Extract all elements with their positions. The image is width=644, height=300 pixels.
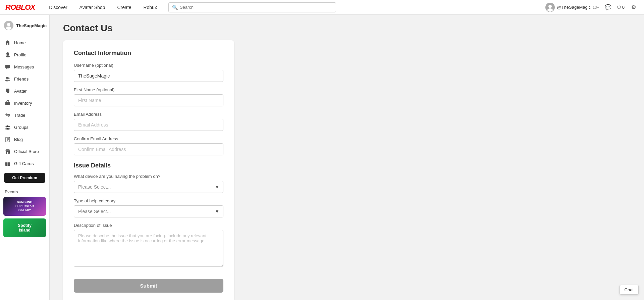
sidebar-item-messages[interactable]: Messages [0, 61, 49, 73]
svg-point-5 [6, 27, 11, 30]
samsung-event-bg: SAMSUNGSUPERSTARGALAXY [3, 197, 46, 216]
inventory-icon [5, 100, 11, 106]
nav-robux[interactable]: Robux [137, 0, 163, 15]
first-name-field-group: First Name (optional) [74, 87, 223, 106]
sidebar-username: TheSageMagic [16, 23, 47, 28]
svg-point-1 [548, 5, 552, 8]
svg-point-4 [7, 23, 10, 26]
sidebar-item-inventory[interactable]: Inventory [0, 97, 49, 109]
submit-button[interactable]: Submit [74, 279, 223, 293]
sidebar-label-avatar: Avatar [14, 89, 26, 94]
device-field-group: What device are you having the problem o… [74, 174, 223, 193]
get-premium-button[interactable]: Get Premium [4, 173, 45, 183]
svg-point-18 [7, 126, 9, 127]
sidebar-label-profile: Profile [14, 52, 26, 57]
nav-discover[interactable]: Discover [43, 0, 73, 15]
description-label: Description of issue [74, 223, 223, 228]
sidebar-item-official-store[interactable]: Official Store [0, 145, 49, 157]
sidebar-item-groups[interactable]: Groups [0, 121, 49, 133]
profile-icon [5, 52, 11, 58]
help-category-label: Type of help category [74, 198, 223, 203]
sidebar-label-messages: Messages [14, 64, 34, 69]
search-bar[interactable]: 🔍 [168, 2, 336, 12]
sidebar-item-blog[interactable]: Blog [0, 133, 49, 145]
sidebar-label-friends: Friends [14, 77, 29, 82]
svg-point-9 [6, 77, 8, 79]
sidebar-item-friends[interactable]: Friends [0, 73, 49, 85]
device-select[interactable]: Please Select... PC/Mac iOS Android Xbox [74, 181, 223, 193]
username-label: @TheSageMagic [557, 5, 591, 10]
friends-icon [5, 76, 11, 82]
topnav-right: @TheSageMagic 13+ 💬 ⬡ 0 ⚙ [545, 2, 639, 12]
svg-point-20 [5, 129, 7, 130]
samsung-event-label: SAMSUNGSUPERSTARGALAXY [15, 200, 34, 212]
first-name-label: First Name (optional) [74, 87, 223, 92]
main-layout: TheSageMagic Home Profile Messages [0, 15, 644, 300]
avatar-icon [5, 88, 11, 94]
blog-icon [5, 136, 11, 142]
confirm-email-field-group: Confirm Email Address [74, 136, 223, 155]
sidebar-item-trade[interactable]: Trade [0, 109, 49, 121]
svg-rect-14 [7, 92, 9, 93]
sidebar-item-profile[interactable]: Profile [0, 49, 49, 61]
age-badge: 13+ [593, 5, 599, 9]
robux-display[interactable]: ⬡ 0 [617, 5, 625, 10]
nav-create[interactable]: Create [111, 0, 137, 15]
username-label: Username (optional) [74, 63, 223, 68]
nav-avatar-shop[interactable]: Avatar Shop [73, 0, 111, 15]
sidebar-item-avatar[interactable]: Avatar [0, 85, 49, 97]
email-input[interactable] [74, 119, 223, 131]
sidebar: TheSageMagic Home Profile Messages [0, 15, 50, 300]
home-icon [5, 40, 11, 46]
sidebar-label-blog: Blog [14, 137, 23, 142]
avatar [545, 3, 555, 12]
settings-icon-btn[interactable]: ⚙ [629, 2, 639, 12]
svg-point-10 [8, 78, 10, 79]
help-category-select-wrapper: Please Select... Account Issues Billing … [74, 205, 223, 217]
device-select-wrapper: Please Select... PC/Mac iOS Android Xbox… [74, 181, 223, 193]
trade-icon [5, 112, 11, 118]
first-name-input[interactable] [74, 94, 223, 106]
description-textarea[interactable] [74, 230, 223, 267]
messages-icon [5, 64, 11, 70]
sidebar-label-gift-cards: Gift Cards [14, 161, 34, 166]
sidebar-label-official-store: Official Store [14, 149, 39, 154]
help-category-select[interactable]: Please Select... Account Issues Billing … [74, 205, 223, 217]
search-input[interactable] [180, 5, 332, 10]
help-category-field-group: Type of help category Please Select... A… [74, 198, 223, 217]
roblox-logo[interactable]: ROBLOX [5, 3, 35, 12]
sidebar-label-groups: Groups [14, 125, 29, 130]
confirm-email-input[interactable] [74, 143, 223, 155]
email-field-group: Email Address [74, 112, 223, 131]
contact-info-section-title: Contact Information [74, 50, 223, 57]
samsung-event-card[interactable]: SAMSUNGSUPERSTARGALAXY [3, 197, 46, 216]
main-content: Contact Us Contact Information Username … [50, 15, 644, 300]
svg-point-7 [6, 55, 10, 57]
sidebar-label-home: Home [14, 40, 26, 45]
sidebar-item-home[interactable]: Home [0, 37, 49, 49]
confirm-email-label: Confirm Email Address [74, 136, 223, 141]
svg-point-2 [547, 8, 553, 12]
user-profile-button[interactable]: @TheSageMagic 13+ [545, 3, 599, 12]
robux-icon: ⬡ [617, 5, 621, 10]
top-navigation: ROBLOX Discover Avatar Shop Create Robux… [0, 0, 644, 15]
email-label: Email Address [74, 112, 223, 117]
sidebar-label-trade: Trade [14, 113, 25, 118]
sidebar-user[interactable]: TheSageMagic [0, 17, 49, 35]
svg-rect-27 [7, 152, 8, 154]
sidebar-item-gift-cards[interactable]: Gift Cards [0, 157, 49, 169]
spotify-event-label: Spotifyisland [18, 223, 32, 233]
spotify-event-card[interactable]: Spotifyisland [3, 218, 46, 237]
chat-button[interactable]: Chat [620, 285, 639, 295]
spotify-event-bg: Spotifyisland [3, 218, 46, 237]
svg-rect-13 [6, 89, 9, 92]
svg-point-6 [6, 52, 9, 55]
username-input[interactable] [74, 70, 223, 82]
svg-point-21 [8, 129, 10, 130]
svg-point-12 [7, 80, 10, 81]
robux-count: 0 [622, 5, 625, 10]
events-section-title: Events [0, 186, 49, 196]
issue-details-section-title: Issue Details [74, 162, 223, 169]
chat-icon-btn[interactable]: 💬 [603, 2, 613, 12]
sidebar-avatar [4, 21, 13, 30]
